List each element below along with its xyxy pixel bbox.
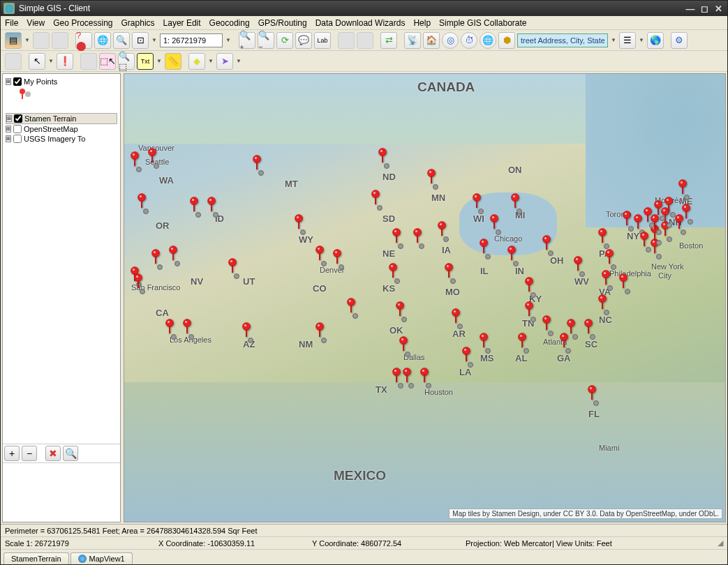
blank-button-4[interactable]: [357, 32, 373, 49]
blank-button-5[interactable]: [5, 53, 22, 70]
map-pin-icon[interactable]: [542, 315, 551, 332]
menu-geoprocessing[interactable]: Geo Processing: [53, 18, 112, 28]
map-pin-icon[interactable]: [371, 190, 380, 206]
select-icon[interactable]: ⬚↖: [99, 53, 116, 70]
menu-layeredit[interactable]: Layer Edit: [163, 18, 201, 28]
dropdown-icon[interactable]: ▼: [207, 58, 214, 64]
add-layer-button[interactable]: +: [4, 446, 20, 461]
map-pin-icon[interactable]: [524, 277, 534, 294]
map-pin-icon[interactable]: [517, 333, 527, 349]
map-pin-icon[interactable]: [587, 385, 597, 402]
address-input[interactable]: [517, 33, 608, 47]
menu-collaborate[interactable]: Simple GIS Collaborate: [439, 18, 526, 28]
tab-mapview1[interactable]: MapView1: [70, 552, 133, 564]
map-canvas[interactable]: Map tiles by Stamen Design, under CC BY …: [124, 73, 726, 522]
drag-handle-icon[interactable]: ⊞: [6, 115, 12, 122]
map-pin-icon[interactable]: [472, 193, 482, 210]
map-pin-icon[interactable]: [573, 256, 583, 273]
menu-gpsrouting[interactable]: GPS/Routing: [258, 18, 307, 28]
dropdown-icon[interactable]: ▼: [47, 58, 54, 64]
tab-stamenterrain[interactable]: StamenTerrain: [3, 552, 69, 564]
zoom-icon[interactable]: 🔍: [113, 32, 130, 49]
txt-icon[interactable]: Txt: [137, 53, 154, 70]
alert-icon[interactable]: ❗: [57, 53, 73, 70]
menu-datadownload[interactable]: Data Download Wizards: [315, 18, 406, 28]
dropdown-icon[interactable]: ▼: [151, 37, 158, 43]
map-pin-icon[interactable]: [639, 232, 649, 248]
map-pin-icon[interactable]: [542, 235, 551, 252]
map-pin-icon[interactable]: [182, 319, 192, 336]
map-pin-icon[interactable]: [622, 211, 632, 227]
map-pin-icon[interactable]: [681, 204, 691, 220]
menu-file[interactable]: File: [5, 18, 18, 28]
hex-icon[interactable]: ⬢: [498, 32, 515, 49]
map-pin-icon[interactable]: [653, 200, 663, 217]
label-icon[interactable]: Lab: [314, 32, 331, 49]
map-pin-icon[interactable]: [130, 151, 140, 168]
searchbox-icon[interactable]: 🔍⬚: [118, 53, 135, 70]
map-pin-icon[interactable]: [392, 228, 401, 245]
map-pin-icon[interactable]: [664, 197, 674, 213]
menu-graphics[interactable]: Graphics: [121, 18, 155, 28]
map-pin-icon[interactable]: [147, 148, 157, 165]
config-icon[interactable]: ⚙: [671, 32, 688, 49]
help-icon[interactable]: ?⬤: [75, 32, 92, 49]
map-pin-icon[interactable]: [507, 246, 517, 262]
map-pin-icon[interactable]: [451, 308, 461, 325]
zoomfit-icon[interactable]: ⊡: [132, 32, 149, 49]
map-pin-icon[interactable]: [402, 368, 412, 384]
map-pin-icon[interactable]: [392, 368, 401, 384]
map-pin-icon[interactable]: [419, 368, 429, 384]
blank-button-3[interactable]: [338, 32, 355, 49]
target-icon[interactable]: ◎: [442, 32, 459, 49]
globe2-icon[interactable]: 🌐: [480, 32, 496, 49]
dropdown-icon[interactable]: ▼: [610, 37, 617, 43]
scale-input[interactable]: [160, 33, 223, 47]
map-pin-icon[interactable]: [584, 319, 593, 336]
dropdown-icon[interactable]: ▼: [156, 58, 163, 64]
minimize-button[interactable]: —: [684, 3, 697, 14]
world-icon[interactable]: 🌎: [647, 32, 664, 49]
map-pin-icon[interactable]: [566, 319, 576, 336]
map-pin-icon[interactable]: [678, 179, 688, 196]
remove-layer-button[interactable]: −: [22, 446, 37, 461]
map-pin-icon[interactable]: [604, 249, 614, 266]
cursor-icon[interactable]: ↖: [29, 53, 45, 70]
map-pin-icon[interactable]: [461, 347, 471, 363]
map-pin-icon[interactable]: [228, 258, 237, 275]
map-pin-icon[interactable]: [242, 322, 251, 339]
map-pin-icon[interactable]: [413, 228, 422, 245]
layer-row-mypoints[interactable]: ⊞ My Points: [6, 77, 117, 86]
refresh-icon[interactable]: ⟳: [276, 32, 293, 49]
dropdown-icon[interactable]: ▼: [225, 37, 232, 43]
dropdown-icon[interactable]: ▼: [235, 58, 242, 64]
list-icon[interactable]: ☰: [619, 32, 636, 49]
blank-button-2[interactable]: [52, 32, 68, 49]
close-button[interactable]: ✕: [712, 3, 725, 14]
map-pin-icon[interactable]: [597, 294, 607, 311]
map-pin-icon[interactable]: [489, 214, 499, 231]
map-pin-icon[interactable]: [378, 148, 387, 165]
zoomout-icon[interactable]: 🔍₋: [258, 32, 274, 49]
menu-geocoding[interactable]: Geocoding: [209, 18, 250, 28]
map-pin-icon[interactable]: [165, 319, 174, 336]
zoom-layer-button[interactable]: 🔍: [63, 446, 78, 461]
map-pin-icon[interactable]: [437, 221, 447, 238]
menu-help[interactable]: Help: [413, 18, 431, 28]
pointer-icon[interactable]: ➤: [216, 53, 233, 70]
map-pin-icon[interactable]: [395, 301, 405, 318]
map-pin-icon[interactable]: [601, 270, 611, 287]
delete-layer-button[interactable]: ✖: [45, 446, 61, 461]
dropdown-icon[interactable]: ▼: [24, 37, 31, 43]
map-pin-icon[interactable]: [151, 249, 161, 266]
maximize-button[interactable]: ◻: [698, 3, 711, 14]
map-pin-icon[interactable]: [332, 249, 342, 266]
map-pin-icon[interactable]: [168, 246, 178, 262]
map-pin-icon[interactable]: [399, 336, 408, 353]
menu-view[interactable]: View: [27, 18, 45, 28]
blank-button-1[interactable]: [33, 32, 50, 49]
layer-row-stamen[interactable]: ⊞ Stamen Terrain: [6, 113, 117, 124]
map-pin-icon[interactable]: [597, 228, 607, 245]
map-pin-icon[interactable]: [346, 298, 356, 315]
layer-checkbox[interactable]: [13, 135, 22, 143]
